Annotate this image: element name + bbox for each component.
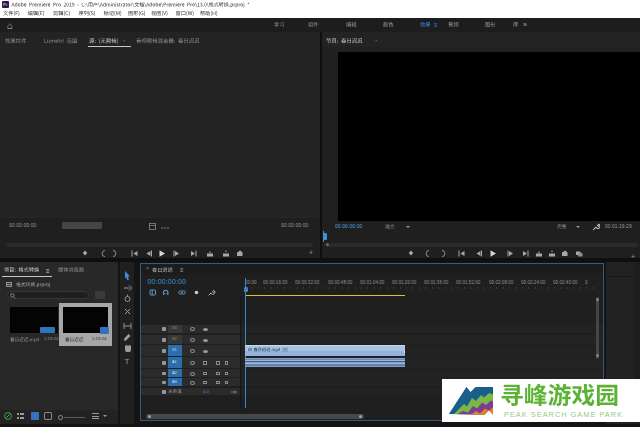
svg-text:T: T xyxy=(125,357,130,366)
